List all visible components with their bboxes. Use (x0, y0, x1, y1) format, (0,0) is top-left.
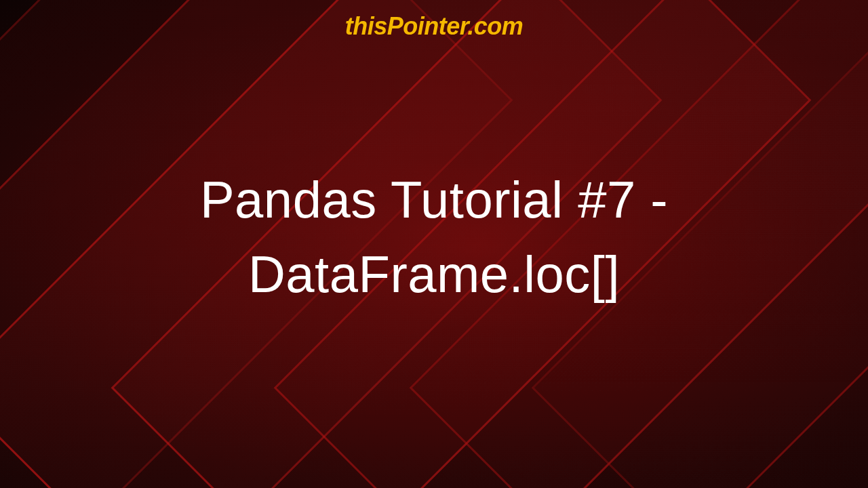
title-line-2: DataFrame.loc[] (248, 245, 620, 303)
tutorial-title: Pandas Tutorial #7 - DataFrame.loc[] (200, 163, 668, 312)
content-container: thisPointer.com Pandas Tutorial #7 - Dat… (0, 0, 868, 488)
brand-logo: thisPointer.com (345, 12, 524, 41)
title-line-1: Pandas Tutorial #7 - (200, 171, 668, 228)
